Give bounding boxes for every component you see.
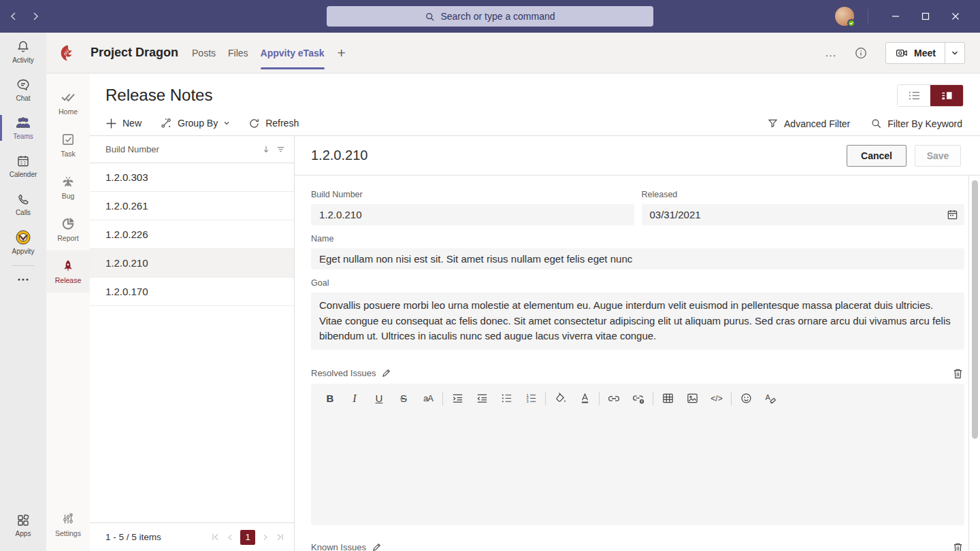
phone-icon <box>16 192 31 207</box>
italic-button[interactable]: I <box>342 389 367 408</box>
add-tab-button[interactable]: + <box>331 33 353 73</box>
titlebar-divider <box>868 9 868 24</box>
first-page-icon[interactable] <box>211 533 220 541</box>
team-header: Project Dragon Posts Files Appvity eTask… <box>46 33 980 73</box>
module-item-bug[interactable]: Bug <box>46 166 90 208</box>
previous-page-icon[interactable] <box>226 533 234 541</box>
avatar[interactable] <box>835 7 854 26</box>
emoji-button[interactable] <box>734 389 758 408</box>
sidebar-item-chat[interactable]: Chat <box>0 71 46 109</box>
info-icon[interactable] <box>854 46 868 60</box>
settings-sliders-icon <box>61 512 76 527</box>
goal-field[interactable]: Convallis posuere morbi leo urna molesti… <box>311 293 964 350</box>
strikethrough-button[interactable]: S <box>391 389 416 408</box>
list-item[interactable]: 1.2.0.303 <box>90 163 294 192</box>
resolved-issues-delete-icon[interactable] <box>952 367 964 380</box>
underline-button[interactable]: U <box>367 389 391 408</box>
toolbar-separator <box>442 392 443 405</box>
rail-label: Teams <box>13 133 33 140</box>
remove-link-button[interactable] <box>626 389 651 408</box>
meet-dropdown-button[interactable] <box>945 43 964 63</box>
meet-button[interactable]: Meet <box>886 43 945 63</box>
insert-code-button[interactable]: </> <box>704 389 729 408</box>
indent-button[interactable] <box>445 389 470 408</box>
module-item-report[interactable]: Report <box>46 208 90 250</box>
module-item-settings[interactable]: Settings <box>46 503 90 546</box>
tab-appvity-etask[interactable]: Appvity eTask <box>255 33 331 73</box>
rail-more-button[interactable] <box>18 270 29 289</box>
next-page-icon[interactable] <box>261 533 270 541</box>
list-item[interactable]: 1.2.0.261 <box>90 192 294 220</box>
search-icon <box>425 12 435 22</box>
sidebar-item-appvity[interactable]: Appvity <box>0 223 46 261</box>
list-column-header[interactable]: Build Number <box>90 136 294 163</box>
back-button[interactable] <box>8 11 19 22</box>
resolved-issues-editor[interactable]: B I U S aA 123 <box>311 384 964 525</box>
bold-button[interactable]: B <box>318 389 342 408</box>
current-page-badge[interactable]: 1 <box>240 530 255 545</box>
maximize-button[interactable] <box>911 0 941 33</box>
highlight-color-button[interactable] <box>548 389 572 408</box>
forward-button[interactable] <box>30 11 41 22</box>
split-view-icon <box>941 90 953 101</box>
module-item-task[interactable]: Task <box>46 124 90 166</box>
filter-by-keyword-button[interactable]: Filter By Keyword <box>870 118 962 129</box>
sort-descending-icon[interactable] <box>261 144 271 154</box>
sidebar-item-apps[interactable]: Apps <box>0 506 46 544</box>
scrollbar-gutter <box>968 176 969 551</box>
list-item[interactable]: 1.2.0.170 <box>90 278 294 306</box>
release-list-panel: Build Number 1.2.0.303 1.2.0.261 1.2.0.2… <box>90 136 295 551</box>
name-label: Name <box>311 234 964 244</box>
tab-files[interactable]: Files <box>222 33 255 73</box>
team-title: Project Dragon <box>91 46 178 60</box>
camera-icon <box>895 46 909 60</box>
module-label: Report <box>57 234 79 242</box>
detail-title: 1.2.0.210 <box>311 148 368 163</box>
datepicker-calendar-icon[interactable] <box>947 209 958 220</box>
font-color-button[interactable] <box>572 389 597 408</box>
rail-label: Calender <box>10 171 37 178</box>
channel-more-button[interactable]: ... <box>826 47 836 59</box>
list-view-button[interactable] <box>898 85 930 106</box>
group-by-button[interactable]: Group By <box>160 117 230 129</box>
close-button[interactable] <box>941 0 970 33</box>
outdent-button[interactable] <box>470 389 494 408</box>
teams-people-icon <box>15 116 31 131</box>
cancel-button[interactable]: Cancel <box>847 145 906 167</box>
new-button[interactable]: New <box>105 117 142 129</box>
sidebar-item-teams[interactable]: Teams <box>0 109 46 147</box>
filter-lines-icon[interactable] <box>276 144 286 154</box>
advanced-filter-button[interactable]: Advanced Filter <box>767 118 850 129</box>
tab-posts[interactable]: Posts <box>186 33 222 73</box>
font-size-button[interactable]: aA <box>416 389 440 408</box>
insert-image-button[interactable] <box>680 389 704 408</box>
known-issues-delete-icon[interactable] <box>952 541 964 551</box>
refresh-button[interactable]: Refresh <box>248 117 299 129</box>
sidebar-item-activity[interactable]: Activity <box>0 33 46 71</box>
split-view-button[interactable] <box>930 85 963 106</box>
insert-table-button[interactable] <box>655 389 680 408</box>
edit-pencil-icon[interactable] <box>382 369 391 378</box>
search-input[interactable]: Search or type a command <box>327 6 653 27</box>
sidebar-item-calls[interactable]: Calls <box>0 185 46 223</box>
save-button[interactable]: Save <box>915 145 961 167</box>
clear-formatting-button[interactable]: A <box>758 389 783 408</box>
module-item-home[interactable]: Home <box>46 82 90 124</box>
last-page-icon[interactable] <box>276 533 284 541</box>
list-item[interactable]: 1.2.0.226 <box>90 220 294 249</box>
minimize-button[interactable] <box>881 0 911 33</box>
insert-link-button[interactable] <box>602 389 626 408</box>
name-field[interactable]: Eget nullam non nisi est sit. Sit amet r… <box>311 248 964 269</box>
list-item-selected[interactable]: 1.2.0.210 <box>90 249 294 278</box>
vertical-scrollbar[interactable] <box>972 180 978 439</box>
released-date-field[interactable]: 03/31/2021 <box>642 204 965 225</box>
group-by-icon <box>160 117 172 129</box>
numbered-list-button[interactable]: 123 <box>519 389 543 408</box>
module-item-release[interactable]: Release <box>46 250 90 293</box>
sidebar-item-calender[interactable]: Calender <box>0 147 46 185</box>
resolved-issues-content[interactable] <box>318 408 958 517</box>
bullet-list-button[interactable] <box>494 389 519 408</box>
build-number-field[interactable]: 1.2.0.210 <box>311 204 634 225</box>
teams-titlebar: Search or type a command <box>0 0 980 33</box>
edit-pencil-icon[interactable] <box>372 543 381 551</box>
